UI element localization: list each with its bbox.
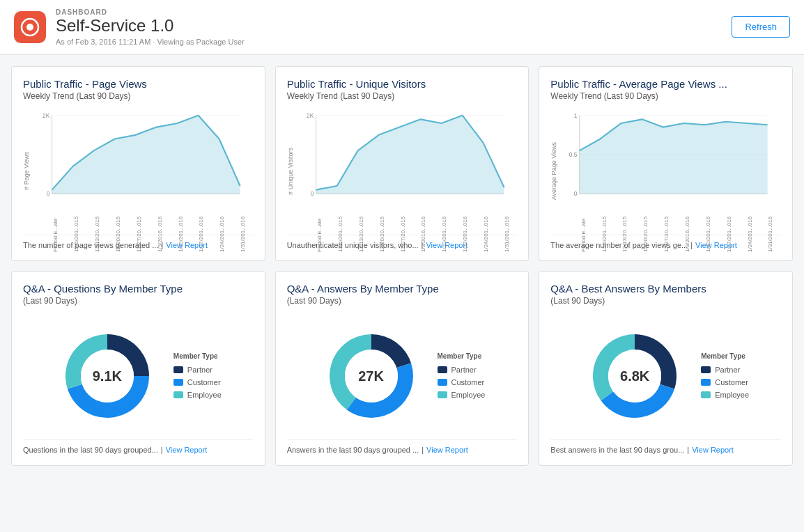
x-label: 1/10/201...016 [178,216,184,252]
svg-point-1 [26,24,33,31]
x-label: 1/24/201...016 [483,216,489,252]
donut-section: 27KMember TypePartnerCustomerEmployee [287,313,518,439]
legend-item: Employee [701,391,749,399]
x-label: 1/10/201...016 [441,216,447,252]
card-footer: Best answers in the last 90 days grou...… [550,439,781,454]
footer-text: Answers in the last 90 days grouped ... [287,446,419,454]
refresh-button[interactable]: Refresh [732,16,790,38]
card-subtitle: (Last 90 Days) [23,296,254,306]
chart-legend: Member TypePartnerCustomerEmployee [701,352,749,399]
card-subtitle: (Last 90 Days) [287,296,518,306]
legend-label: Customer [187,378,221,386]
donut-section: 9.1KMember TypePartnerCustomerEmployee [23,313,254,439]
chart-area: # Page Views 2K 0 Period E...ate12/6/201… [23,108,254,235]
donut-chart: 27K [319,324,424,428]
legend-swatch [701,366,711,373]
y-axis-label: # Unique Visitors [287,148,294,195]
card-title: Q&A - Questions By Member Type [23,283,254,295]
legend-item: Employee [173,391,222,399]
x-label: 1/24/201...016 [219,216,225,252]
card-questions: Q&A - Questions By Member Type(Last 90 D… [11,271,265,466]
legend-title: Member Type [438,352,486,360]
legend-label: Partner [187,366,212,374]
x-label: Period E...ate [52,216,59,252]
footer-separator: | [161,446,163,454]
card-subtitle: Weekly Trend (Last 90 Days) [23,91,254,101]
y-axis-label: Average Page Views [550,142,557,200]
card-answers: Q&A - Answers By Member Type(Last 90 Day… [275,271,529,466]
svg-text:2K: 2K [307,112,314,119]
donut-chart: 6.8K [582,324,687,428]
legend-swatch [438,379,447,386]
footer-separator: | [687,446,689,454]
card-title: Public Traffic - Unique Visitors [287,78,518,90]
legend-swatch [173,379,183,386]
donut-chart: 9.1K [55,324,160,428]
legend-item: Employee [438,391,486,399]
legend-label: Employee [451,391,486,399]
svg-text:0: 0 [310,190,314,197]
card-title: Q&A - Best Answers By Members [550,283,781,295]
card-avg-page-views: Public Traffic - Average Page Views ...W… [539,66,793,261]
x-label: 12/13/20...015 [358,216,364,252]
legend-label: Partner [715,366,740,374]
card-subtitle: (Last 90 Days) [550,296,781,306]
svg-text:0.5: 0.5 [569,151,578,158]
svg-text:2K: 2K [42,112,50,119]
card-footer: Questions in the last 90 days grouped...… [23,439,254,454]
svg-text:1: 1 [574,112,578,119]
chart-area: # Unique Visitors 2K 0 Period E...ate12/… [287,108,518,235]
view-report-link[interactable]: View Report [692,446,734,454]
view-report-link[interactable]: View Report [166,446,208,454]
chart-legend: Member TypePartnerCustomerEmployee [173,352,222,399]
legend-item: Customer [701,378,749,386]
y-axis-label: # Page Views [23,152,30,190]
chart-legend: Member TypePartnerCustomerEmployee [438,352,486,399]
x-label: 1/17/201...016 [462,216,468,252]
legend-label: Customer [451,378,485,386]
donut-center-value: 6.8K [620,368,649,384]
x-label: 12/20/20...015 [379,216,385,252]
legend-label: Employee [187,391,222,399]
x-label: 1/17/201...016 [726,216,732,252]
x-label: 12/20/20...015 [642,216,649,252]
legend-swatch [438,391,447,398]
card-unique-visitors: Public Traffic - Unique VisitorsWeekly T… [275,66,529,261]
x-label: 12/13/20...015 [94,216,100,252]
card-subtitle: Weekly Trend (Last 90 Days) [550,91,781,101]
legend-label: Employee [715,391,749,399]
donut-section: 6.8KMember TypePartnerCustomerEmployee [550,313,781,439]
x-label: 12/27/20...015 [400,216,406,252]
card-subtitle: Weekly Trend (Last 90 Days) [287,91,518,101]
card-title: Public Traffic - Average Page Views ... [550,78,781,90]
x-label: 1/31/201...016 [504,216,510,252]
legend-item: Customer [438,378,486,386]
chart-area: Average Page Views 1 0.5 0 Period E...at… [550,108,781,235]
donut-center-value: 9.1K [93,368,122,384]
x-label: 1/17/201...016 [198,216,204,252]
view-report-link[interactable]: View Report [426,446,468,454]
x-label: Period E...ate [580,216,587,252]
legend-item: Customer [173,378,222,386]
x-axis-labels: Period E...ate12/6/201...01512/13/20...0… [560,216,781,252]
legend-label: Customer [715,378,748,386]
x-label: 12/27/20...015 [136,216,142,252]
header-left: DASHBOARD Self-Service 1.0 As of Feb 3, … [14,8,245,46]
legend-title: Member Type [701,352,749,360]
legend-swatch [173,391,183,398]
x-label: Period E...ate [316,216,323,252]
legend-swatch [701,391,711,398]
page-subtitle: As of Feb 3, 2016 11:21 AM · Viewing as … [56,38,245,46]
footer-text: Best answers in the last 90 days grou... [550,446,684,454]
page-title: Self-Service 1.0 [56,16,245,36]
legend-item: Partner [173,366,222,374]
card-title: Q&A - Answers By Member Type [287,283,518,295]
donut-center-value: 27K [358,368,384,384]
app-logo [14,11,46,43]
footer-text: Questions in the last 90 days grouped... [23,446,158,454]
legend-item: Partner [701,366,749,374]
x-label: 1/31/201...016 [767,216,773,252]
dashboard-grid: Public Traffic - Page ViewsWeekly Trend … [0,55,804,477]
card-page-views: Public Traffic - Page ViewsWeekly Trend … [11,66,265,261]
x-label: 1/31/201...016 [240,216,246,252]
